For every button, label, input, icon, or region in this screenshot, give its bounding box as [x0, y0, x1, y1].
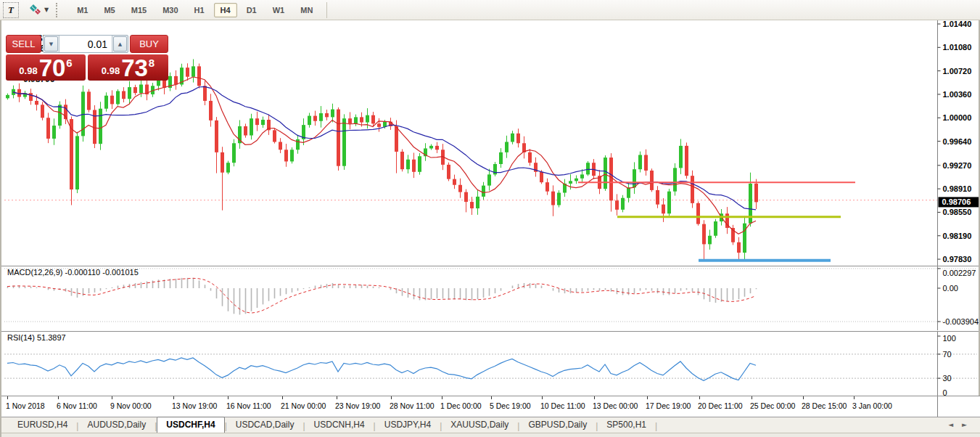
timeframe-d1[interactable]: D1	[240, 3, 263, 17]
sell-price-display[interactable]: 0.98 70 6	[6, 54, 86, 81]
timeframe-h1[interactable]: H1	[188, 3, 211, 17]
candle	[644, 155, 648, 171]
candle	[226, 163, 230, 172]
candle	[621, 198, 625, 210]
candle	[250, 118, 253, 135]
tab-usdchf-h4[interactable]: USDCHF,H4	[157, 417, 224, 433]
candle	[279, 142, 282, 150]
candle	[290, 150, 294, 161]
rsi-canvas[interactable]: 10070300	[1, 332, 979, 396]
volume-input[interactable]: 0.01	[59, 36, 112, 52]
candle	[754, 184, 758, 202]
time-axis-label: 28 Nov 11:00	[390, 401, 435, 410]
tab-scroll-right-icon[interactable]: ►	[962, 421, 976, 428]
sell-price-main: 0.98	[19, 65, 37, 76]
tab-gbpusd-daily[interactable]: GBPUSD,Daily	[519, 417, 596, 433]
candle	[273, 130, 276, 142]
timeframe-m15[interactable]: M15	[125, 3, 153, 17]
candle	[313, 116, 317, 121]
candle	[87, 91, 91, 110]
diamond-arrows-icon	[29, 4, 41, 16]
top-toolbar: T ▼ M1M5M15M30H1H4D1W1MN	[0, 0, 980, 20]
time-axis-label: 16 Nov 11:00	[226, 401, 271, 410]
candle	[360, 117, 363, 122]
candle	[203, 86, 207, 101]
timeframe-m30[interactable]: M30	[156, 3, 184, 17]
sell-button-label: SELL	[12, 38, 36, 49]
candle	[261, 120, 265, 125]
candle	[110, 96, 114, 105]
spin-up-icon: ▲	[118, 41, 122, 47]
candle	[482, 186, 485, 197]
buy-button-label: BUY	[139, 38, 159, 49]
time-axis[interactable]: 1 Nov 20186 Nov 11:009 Nov 00:0013 Nov 1…	[1, 396, 980, 417]
timeframe-h4[interactable]: H4	[214, 3, 237, 17]
time-axis-tick	[112, 396, 112, 399]
candle	[667, 192, 671, 214]
candle	[633, 169, 636, 187]
tab-eurusd-h4[interactable]: EURUSD,H4	[9, 417, 76, 433]
candle	[575, 179, 578, 181]
time-axis-tick	[173, 396, 174, 399]
candle	[656, 190, 659, 205]
time-axis-tick	[282, 396, 283, 399]
candle	[685, 146, 688, 176]
buy-button[interactable]: BUY	[130, 35, 168, 53]
tab-audusd-daily[interactable]: AUDUSD,Daily	[78, 417, 155, 433]
rsi-axis-label: 30	[943, 374, 952, 383]
sell-button[interactable]: SELL	[6, 35, 41, 53]
buy-price-display[interactable]: 0.98 73 8	[88, 54, 168, 81]
candle	[691, 176, 694, 203]
tab-scroll-left-icon[interactable]: ◄	[948, 421, 962, 428]
candle	[586, 163, 590, 174]
time-axis-tick	[803, 396, 804, 399]
tab-scroll-arrows: ◄►	[948, 421, 976, 428]
candle	[453, 179, 456, 185]
time-axis-label: 13 Dec 00:00	[593, 401, 638, 410]
time-axis-tick	[7, 396, 8, 399]
toolbar-drag-handle[interactable]	[56, 3, 60, 17]
chevron-down-icon[interactable]: ▼	[44, 7, 49, 13]
candle	[174, 76, 178, 85]
price-axis-label: 1.01440	[943, 20, 972, 28]
time-axis-tick	[542, 396, 543, 399]
volume-increase-button[interactable]: ▲	[113, 36, 127, 52]
candle	[232, 143, 236, 163]
toolbar-separator	[326, 2, 327, 18]
candle	[308, 116, 311, 126]
candle	[337, 110, 340, 166]
macd-canvas[interactable]: 0.0022970.00-0.003904	[1, 266, 979, 330]
candle	[679, 146, 683, 168]
sell-price-pip: 6	[66, 57, 72, 69]
tab-usdcad-daily[interactable]: USDCAD,Daily	[227, 417, 303, 433]
candle	[354, 117, 358, 123]
price-axis-label: 0.98550	[943, 208, 972, 216]
candle	[133, 87, 137, 93]
price-axis-label: 1.00720	[943, 67, 972, 75]
tab-xauusd-daily[interactable]: XAUUSD,Daily	[442, 417, 517, 433]
timeframe-m1[interactable]: M1	[70, 3, 94, 17]
candle	[493, 164, 497, 174]
timeframe-m5[interactable]: M5	[97, 3, 121, 17]
price-axis-label: 0.99270	[943, 161, 972, 170]
tab-sp500-h1[interactable]: SP500,H1	[598, 417, 655, 433]
text-tool-button[interactable]: T	[3, 2, 19, 18]
timeframe-w1[interactable]: W1	[266, 3, 292, 17]
chart-window: 1.014401.010801.007201.003601.000000.996…	[0, 20, 980, 437]
candle	[551, 192, 555, 205]
candle	[46, 118, 50, 139]
candle	[505, 142, 508, 152]
candle	[186, 68, 189, 77]
tab-usdjpy-h4[interactable]: USDJPY,H4	[376, 417, 440, 433]
timeframe-mn[interactable]: MN	[294, 3, 319, 17]
arrows-tool-button[interactable]	[29, 3, 41, 17]
time-axis-tick	[337, 396, 337, 399]
volume-decrease-button[interactable]: ▼	[44, 36, 58, 52]
main-price-pane: 1.014401.010801.007201.003601.000000.996…	[1, 20, 979, 266]
buy-price-pip: 8	[149, 57, 155, 69]
price-axis-label: 0.99640	[943, 137, 972, 146]
macd-pane: 0.0022970.00-0.003904 MACD(12,26,9) -0.0…	[1, 266, 979, 331]
tab-usdcnh-h4[interactable]: USDCNH,H4	[305, 417, 374, 433]
candle	[221, 152, 224, 173]
candle	[418, 156, 421, 172]
